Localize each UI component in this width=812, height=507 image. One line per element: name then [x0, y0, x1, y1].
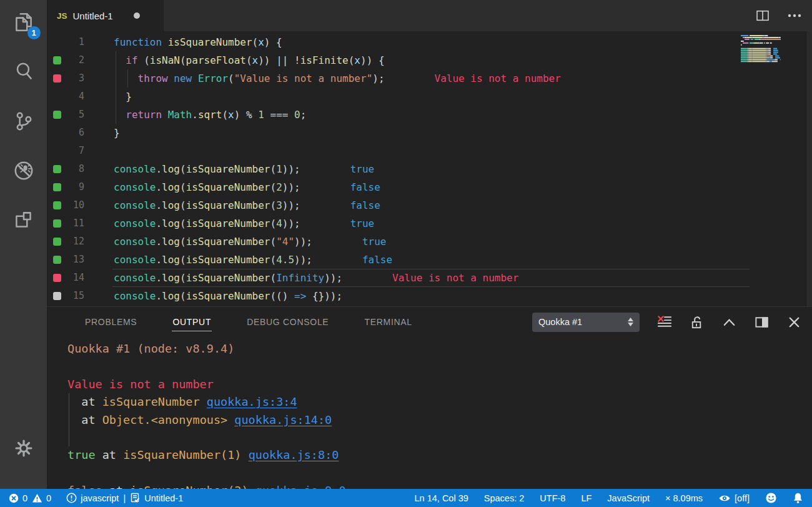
output-channel-select[interactable]: Quokka #1	[532, 313, 640, 332]
output-channel-value: Quokka #1	[538, 317, 582, 327]
quokka-inline-value: true	[350, 163, 375, 175]
quokka-timing[interactable]: × 8.09ms	[665, 493, 703, 503]
source-control-icon[interactable]	[9, 106, 39, 136]
quokka-inline-value: true	[350, 218, 375, 229]
output-source-link[interactable]: quokka.js:3:4	[207, 395, 297, 408]
line-number: 4	[47, 88, 84, 106]
code-line-5[interactable]: 5 return Math.sqrt(x) % 1 === 0;	[47, 106, 812, 124]
output-indent-guide	[69, 393, 69, 411]
output-console[interactable]: Quokka #1 (node: v8.9.4)Value is not a n…	[47, 337, 812, 489]
line-number: 8	[47, 160, 84, 178]
code-line-11[interactable]: 11console.log(isSquareNumber(4));true	[47, 214, 812, 233]
tab-untitled-1[interactable]: JS Untitled-1	[47, 0, 164, 31]
output-line	[67, 358, 812, 375]
quokka-file-status[interactable]: Untitled-1	[130, 493, 183, 503]
tab-title: Untitled-1	[73, 11, 113, 21]
tab-output[interactable]: OUTPUT	[172, 313, 212, 331]
minimap[interactable]	[741, 34, 781, 63]
status-separator: |	[123, 493, 126, 503]
code-line-3[interactable]: 3 throw new Error("Value is not a number…	[47, 69, 812, 88]
output-line: at isSquareNumber quokka.js:3:4	[67, 393, 812, 411]
recorder-toggle[interactable]: [off]	[718, 493, 750, 503]
line-number: 7	[47, 142, 84, 160]
code-line-15[interactable]: 15console.log(isSquareNumber(() => {}));	[47, 287, 812, 305]
indentation[interactable]: Spaces: 2	[484, 493, 525, 503]
output-line: false at isSquareNumber(2) quokka.js:9:0	[67, 482, 812, 489]
debug-icon[interactable]	[9, 156, 39, 186]
warnings-indicator[interactable]: 0	[32, 493, 51, 503]
tab-debug-console[interactable]: DEBUG CONSOLE	[246, 313, 329, 331]
unlock-icon[interactable]	[689, 314, 705, 330]
panel-header: PROBLEMS OUTPUT DEBUG CONSOLE TERMINAL Q…	[47, 307, 812, 337]
line-number: 6	[47, 124, 84, 142]
line-number: 1	[47, 33, 84, 51]
encoding[interactable]: UTF-8	[540, 493, 565, 503]
line-number: 9	[47, 178, 84, 196]
editor-group: JS Untitled-1 1function isSquareNumber(x…	[47, 0, 812, 489]
explorer-icon[interactable]: 1	[9, 8, 39, 38]
eol-sequence[interactable]: LF	[581, 493, 592, 503]
line-number: 12	[47, 233, 84, 251]
code-line-1[interactable]: 1function isSquareNumber(x) {	[47, 33, 812, 51]
tab-bar: JS Untitled-1	[47, 0, 812, 31]
settings-gear-icon[interactable]	[9, 433, 39, 463]
error-icon	[9, 493, 19, 503]
output-line: Quokka #1 (node: v8.9.4)	[67, 340, 812, 358]
output-indent-guide	[69, 411, 69, 429]
line-number: 14	[47, 269, 84, 287]
quokka-inline-value: Value is not a number	[435, 73, 561, 84]
code-line-8[interactable]: 8console.log(isSquareNumber(1));true	[47, 160, 812, 178]
file-check-icon	[130, 493, 141, 503]
extensions-icon[interactable]	[9, 205, 39, 235]
code-line-10[interactable]: 10console.log(isSquareNumber(3));false	[47, 196, 812, 214]
code-line-14[interactable]: 14console.log(isSquareNumber(Infinity));…	[47, 269, 812, 287]
search-icon[interactable]	[9, 57, 39, 87]
output-line: Value is not a number	[67, 376, 812, 393]
notifications-bell-icon[interactable]	[793, 492, 803, 504]
code-line-6[interactable]: 6}	[47, 124, 812, 142]
maximize-panel-icon[interactable]	[721, 314, 737, 330]
quokka-inline-value: false	[350, 181, 380, 193]
clear-output-icon[interactable]	[656, 314, 672, 330]
output-line	[67, 429, 812, 446]
output-source-link[interactable]: quokka.js:8:0	[249, 448, 339, 461]
output-indent-guide	[69, 429, 69, 446]
javascript-file-icon: JS	[57, 11, 67, 21]
tab-terminal[interactable]: TERMINAL	[364, 313, 412, 331]
code-line-13[interactable]: 13console.log(isSquareNumber(4.5));false	[47, 251, 812, 269]
split-editor-icon[interactable]	[755, 8, 771, 24]
quokka-inline-value: Value is not a number	[392, 272, 518, 284]
line-number: 3	[47, 69, 84, 88]
activity-bar: 1	[0, 0, 47, 489]
tab-problems[interactable]: PROBLEMS	[84, 313, 137, 331]
cursor-position[interactable]: Ln 14, Col 39	[415, 493, 468, 503]
output-source-link[interactable]: quokka.js:14:0	[234, 413, 332, 426]
code-line-7[interactable]: 7	[47, 142, 812, 160]
quokka-inline-value: false	[362, 254, 392, 266]
more-actions-icon[interactable]	[787, 8, 802, 23]
unsaved-changes-dot[interactable]	[134, 13, 140, 19]
line-number: 2	[47, 51, 84, 69]
vscode-window: 1	[0, 0, 812, 507]
select-arrows-icon	[628, 318, 633, 326]
code-line-9[interactable]: 9console.log(isSquareNumber(2));false	[47, 178, 812, 196]
warning-icon	[32, 493, 42, 503]
line-number: 13	[47, 251, 84, 269]
language-mode[interactable]: JavaScript	[607, 493, 650, 503]
explorer-badge: 1	[27, 26, 41, 39]
output-source-link[interactable]: quokka.js:9:0	[255, 484, 346, 489]
code-line-2[interactable]: 2 if (isNaN(parseFloat(x)) || !isFinite(…	[47, 51, 812, 69]
move-panel-icon[interactable]	[754, 314, 770, 330]
status-bar: 0 0 javascript |	[0, 489, 812, 507]
language-status[interactable]: javascript	[66, 493, 119, 503]
feedback-smiley-icon[interactable]	[765, 492, 777, 504]
errors-indicator[interactable]: 0	[9, 493, 27, 503]
close-panel-icon[interactable]	[786, 314, 802, 330]
output-line	[67, 464, 812, 482]
quokka-inline-value: false	[350, 199, 380, 211]
code-editor[interactable]: 1function isSquareNumber(x) {2 if (isNaN…	[47, 31, 812, 306]
code-line-4[interactable]: 4 }	[47, 88, 812, 106]
editor-scrollbar[interactable]	[806, 31, 812, 306]
eye-icon	[718, 494, 731, 503]
code-line-12[interactable]: 12console.log(isSquareNumber("4"));true	[47, 233, 812, 251]
